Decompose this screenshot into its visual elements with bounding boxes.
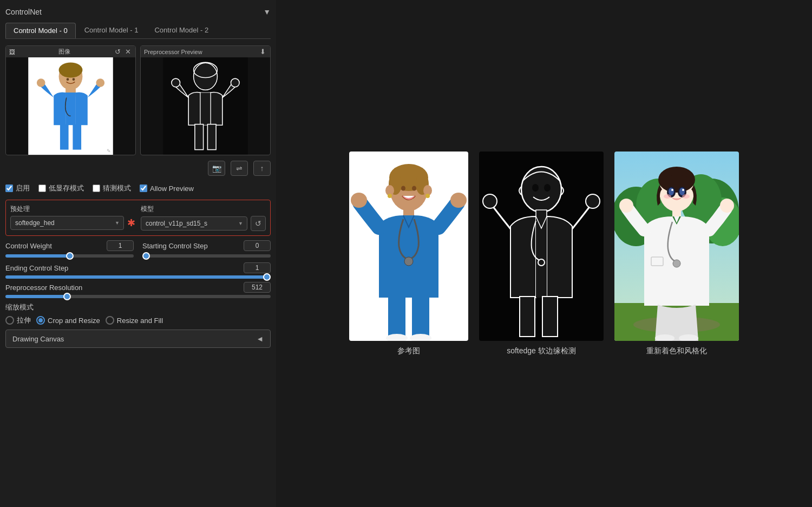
radio-crop-resize-circle	[36, 316, 45, 325]
model-field: 模型 control_v11p_sd15_s none ↺	[141, 205, 266, 231]
sliders-section: Control Weight 1 Starting Control Step 0…	[5, 240, 271, 298]
preprocessor-preview-box[interactable]: Preprocessor Preview ⬇	[140, 45, 271, 155]
svg-point-18	[231, 78, 239, 87]
close-button[interactable]: ✕	[124, 48, 132, 56]
gallery-caption-restyled: 重新着色和风格化	[646, 346, 707, 356]
allow-preview-checkbox-item[interactable]: Allow Preview	[140, 185, 194, 193]
radio-group: 拉伸 Crop and Resize Resize and Fill	[5, 315, 271, 325]
zoom-mode-label: 缩放模式	[5, 302, 271, 312]
gallery-item-restyled: 重新着色和风格化	[614, 152, 739, 356]
preproc-image-container	[141, 57, 270, 155]
upload-button[interactable]: ↑	[253, 161, 271, 176]
low-vram-label: 低显存模式	[49, 183, 84, 193]
preproc-res-value: 512	[244, 282, 271, 293]
radio-stretch-circle	[5, 316, 14, 325]
radio-crop-resize[interactable]: Crop and Resize	[36, 316, 100, 325]
gallery-nurse-svg	[349, 152, 468, 341]
gallery-item-ref: 参考图	[349, 152, 468, 356]
allow-preview-label: Allow Preview	[150, 185, 194, 193]
svg-rect-7	[60, 124, 69, 150]
svg-point-44	[544, 184, 551, 192]
image-box-icon: 🖼	[9, 49, 15, 55]
image-upload-box[interactable]: 🖼 图像 ↺ ✕	[5, 45, 136, 155]
panel-header: ControlNet ▼	[5, 5, 271, 18]
tab-model-0[interactable]: Control Model - 0	[5, 23, 76, 38]
svg-point-74	[673, 260, 680, 267]
ending-step-value: 1	[244, 262, 271, 273]
svg-point-27	[412, 186, 416, 190]
allow-preview-checkbox[interactable]	[140, 185, 147, 192]
enable-checkbox-item[interactable]: 启用	[5, 183, 30, 193]
control-weight-slider[interactable]	[5, 254, 134, 258]
nurse-image: ✎	[6, 57, 135, 155]
gallery-item-edge: softedge 软边缘检测	[479, 152, 604, 356]
camera-button[interactable]: 📷	[208, 161, 225, 176]
preprocessor-label: 预处理	[10, 205, 135, 214]
preproc-res-slider[interactable]	[5, 295, 271, 298]
radio-resize-fill[interactable]: Resize and Fill	[106, 316, 163, 325]
svg-point-65	[679, 188, 685, 195]
low-vram-checkbox[interactable]	[38, 185, 46, 192]
guess-mode-checkbox-item[interactable]: 猜测模式	[93, 183, 131, 193]
svg-rect-16	[200, 93, 211, 125]
ending-step-slider[interactable]	[5, 275, 271, 279]
edge-image	[141, 57, 270, 155]
svg-point-69	[682, 194, 690, 199]
preproc-model-box: 预处理 softedge_hed none canny depth openpo…	[5, 200, 271, 236]
drawing-canvas-row[interactable]: Drawing Canvas ◄	[5, 330, 271, 348]
model-select-wrapper[interactable]: control_v11p_sd15_s none	[141, 216, 247, 231]
zoom-mode-section: 缩放模式 拉伸 Crop and Resize Resize and Fill	[5, 302, 271, 325]
svg-point-49	[538, 259, 545, 266]
image-previews: 🖼 图像 ↺ ✕	[5, 45, 271, 155]
svg-point-64	[669, 188, 674, 195]
radio-crop-resize-label: Crop and Resize	[48, 317, 100, 325]
tab-model-2[interactable]: Control Model - 2	[147, 23, 216, 38]
starting-step-item: Starting Control Step 0	[142, 240, 271, 259]
svg-rect-37	[388, 297, 405, 337]
action-row: 📷 ⇌ ↑	[5, 160, 271, 177]
preproc-res-row: Preprocessor Resolution 512	[5, 282, 271, 298]
svg-rect-19	[195, 124, 204, 150]
preproc-box-header: Preprocessor Preview ⬇	[141, 46, 270, 57]
tab-model-1[interactable]: Control Model - 1	[77, 23, 146, 38]
tab-bar: Control Model - 0 Control Model - 1 Cont…	[5, 23, 271, 39]
model-refresh-button[interactable]: ↺	[251, 216, 266, 231]
header-icons: ↺ ✕	[114, 48, 132, 56]
collapse-arrow[interactable]: ▼	[263, 8, 271, 16]
download-button[interactable]: ⬇	[259, 48, 267, 56]
guess-mode-checkbox[interactable]	[93, 185, 100, 192]
preprocessor-select-row: softedge_hed none canny depth openpose ✱	[10, 216, 135, 230]
model-select-row: control_v11p_sd15_s none ↺	[141, 216, 266, 231]
svg-point-26	[401, 186, 405, 190]
preprocessor-select-wrapper[interactable]: softedge_hed none canny depth openpose	[10, 216, 124, 230]
preproc-res-label: Preprocessor Resolution	[5, 284, 82, 292]
radio-resize-fill-circle	[106, 316, 114, 325]
svg-rect-38	[412, 297, 429, 337]
svg-point-67	[682, 189, 684, 191]
panel-title: ControlNet	[5, 8, 42, 16]
preproc-model-row: 预处理 softedge_hed none canny depth openpo…	[10, 205, 266, 231]
ending-step-header: Ending Control Step 1	[5, 262, 271, 273]
starting-step-header: Starting Control Step 0	[142, 240, 271, 251]
swap-button[interactable]: ⇌	[231, 161, 248, 176]
gallery-edge-svg	[479, 152, 604, 341]
svg-point-31	[425, 194, 430, 198]
low-vram-checkbox-item[interactable]: 低显存模式	[38, 183, 84, 193]
drawing-canvas-arrow: ◄	[256, 334, 264, 343]
svg-point-47	[483, 194, 497, 208]
radio-stretch[interactable]: 拉伸	[5, 315, 31, 325]
svg-point-10	[73, 78, 75, 81]
svg-point-9	[67, 78, 69, 81]
svg-point-2	[59, 62, 83, 77]
svg-rect-20	[207, 124, 216, 150]
preprocessor-select[interactable]: softedge_hed none canny depth openpose	[10, 216, 124, 230]
model-label: 模型	[141, 205, 266, 214]
left-panel: ControlNet ▼ Control Model - 0 Control M…	[0, 0, 276, 507]
starting-step-slider[interactable]	[142, 254, 271, 258]
svg-point-43	[532, 184, 539, 192]
enable-checkbox[interactable]	[5, 185, 13, 192]
svg-point-42	[521, 167, 561, 212]
refresh-button[interactable]: ↺	[114, 48, 122, 56]
model-select[interactable]: control_v11p_sd15_s none	[141, 216, 247, 231]
star-button[interactable]: ✱	[127, 217, 135, 229]
